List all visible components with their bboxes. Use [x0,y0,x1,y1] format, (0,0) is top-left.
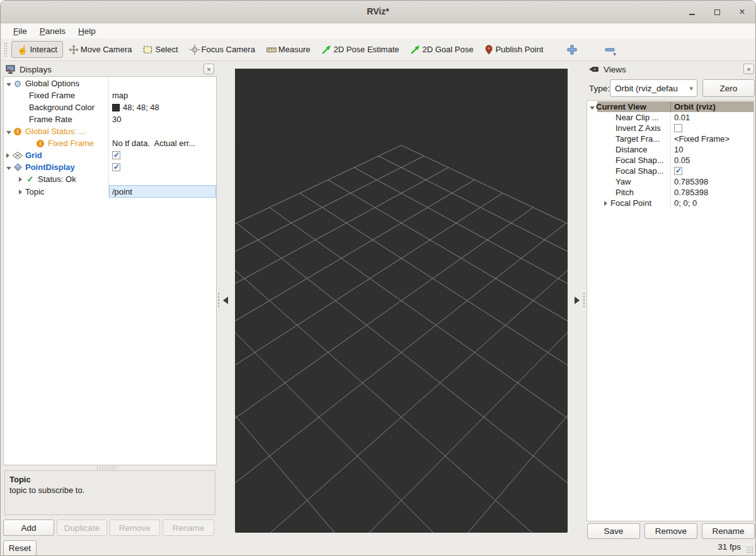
add-tool-button[interactable] [561,41,583,59]
collapse-arrow-icon[interactable] [6,79,13,88]
tool-2d-pose-estimate[interactable]: 2D Pose Estimate [316,41,404,59]
menu-file[interactable]: File [7,25,33,37]
expand-arrow-icon[interactable] [19,174,25,184]
left-splitter-handle[interactable] [217,292,220,309]
property-description-box: Topic topic to subscribe to. [4,470,215,515]
row-global-options[interactable]: ⚙ Global Options [4,77,216,89]
save-view-button[interactable]: Save [587,523,640,539]
remove-tool-button[interactable]: ▾ [599,41,626,59]
close-button[interactable]: × [738,8,747,16]
row-focal-point[interactable]: Focal Point 0; 0; 0 [587,198,753,208]
chevron-down-icon[interactable]: ▾ [613,51,616,57]
property-value[interactable]: <Fixed Frame> [670,133,753,144]
expand-arrow-icon[interactable] [604,198,610,208]
row-frame-rate[interactable]: Frame Rate 30 [4,113,216,125]
collapse-arrow-icon[interactable] [6,127,13,136]
row-focal-shape-size[interactable]: Focal Shap... 0.05 [587,155,753,166]
row-distance[interactable]: Distance 10 [587,144,753,155]
tool-select[interactable]: Select [137,41,183,59]
tool-focus-camera[interactable]: Focus Camera [184,41,261,59]
property-value[interactable]: 0.785398 [670,176,753,187]
property-value[interactable] [108,173,216,185]
property-value[interactable]: No tf data. Actual err... [108,137,216,149]
property-value[interactable] [108,77,216,89]
tool-publish-point[interactable]: Publish Point [479,41,549,59]
monitor-icon [6,65,15,74]
row-background-color[interactable]: Background Color 48; 48; 48 [4,101,216,113]
property-value[interactable]: 0.01 [670,112,753,123]
row-topic[interactable]: Topic /point [4,185,216,198]
remove-display-button[interactable]: Remove [110,519,160,536]
property-value[interactable]: 30 [108,113,216,125]
row-pointdisplay[interactable]: PointDisplay [4,161,216,173]
menu-panels[interactable]: Panels [33,25,72,37]
tool-2d-goal-pose[interactable]: 2D Goal Pose [404,41,479,59]
row-near-clip[interactable]: Near Clip ... 0.01 [587,112,753,123]
expand-arrow-icon[interactable] [19,187,25,196]
row-current-view[interactable]: Current View Orbit (rviz) [587,101,753,112]
row-global-status[interactable]: ! Global Status: ... [4,125,216,137]
zero-button[interactable]: Zero [702,79,755,97]
splitter-handle[interactable] [96,466,118,469]
property-value[interactable]: 0.785398 [670,187,753,198]
property-value[interactable] [108,125,216,137]
property-value[interactable]: map [108,89,216,101]
row-invert-z[interactable]: Invert Z Axis [587,123,753,133]
collapse-left-panel-icon[interactable] [223,297,228,304]
map-pin-icon [484,45,493,55]
tool-interact[interactable]: ☝ Interact [11,41,63,58]
grid-enabled-checkbox[interactable] [112,151,120,159]
titlebar[interactable]: RViz* × [1,1,755,23]
row-status-ok[interactable]: ✓ Status: Ok [4,173,216,185]
displays-panel-header[interactable]: Displays [6,62,217,76]
row-status-fixed-frame[interactable]: ! Fixed Frame No tf data. Actual err... [4,137,216,149]
property-value[interactable]: 0.05 [670,155,753,166]
minimize-icon [689,14,695,15]
collapse-arrow-icon[interactable] [6,162,13,172]
rviz-window: RViz* × File Panels Help ☝ Interact [0,0,756,556]
row-pitch[interactable]: Pitch 0.785398 [587,187,753,198]
collapse-right-panel-icon[interactable] [575,297,580,304]
tool-move-camera[interactable]: Move Camera [63,41,138,59]
add-display-button[interactable]: Add [3,519,54,536]
views-panel-header[interactable]: Views [589,62,740,76]
remove-view-button[interactable]: Remove [644,523,697,539]
displays-close-button[interactable]: × [203,64,214,74]
resize-grip[interactable] [746,546,754,554]
plus-icon [567,45,577,55]
invert-z-checkbox[interactable] [674,124,682,132]
description-title: Topic [9,474,210,485]
close-icon: × [747,65,750,73]
duplicate-display-button[interactable]: Duplicate [57,519,107,536]
views-close-button[interactable]: × [743,64,754,74]
minimize-button[interactable] [687,8,696,16]
view-type-dropdown[interactable]: Orbit (rviz_defau ▾ [610,79,697,97]
topic-value-field[interactable]: /point [109,185,216,198]
row-grid-display[interactable]: Grid [4,149,216,161]
property-value[interactable]: 48; 48; 48 [108,101,216,113]
property-value[interactable]: Orbit (rviz) [670,101,753,112]
right-splitter-handle[interactable] [583,292,585,309]
rename-view-button[interactable]: Rename [702,523,755,539]
select-box-icon [143,45,153,55]
row-fixed-frame[interactable]: Fixed Frame map [4,89,216,101]
viewport-3d[interactable] [235,69,568,533]
property-value[interactable]: 0; 0; 0 [670,198,753,208]
color-swatch [112,104,120,111]
tool-measure[interactable]: Measure [261,41,316,58]
row-target-frame[interactable]: Target Fra... <Fixed Frame> [587,133,753,144]
pointdisplay-enabled-checkbox[interactable] [112,163,120,171]
property-value [108,161,216,173]
rename-display-button[interactable]: Rename [163,519,214,536]
toolbar-drag-handle[interactable] [4,42,8,57]
focal-shape-checkbox[interactable] [674,167,682,175]
expand-arrow-icon[interactable] [6,150,13,160]
maximize-button[interactable] [713,8,721,16]
property-value[interactable]: 10 [670,144,753,155]
menu-help[interactable]: Help [72,25,102,37]
row-yaw[interactable]: Yaw 0.785398 [587,176,753,187]
reset-button[interactable]: Reset [3,540,37,556]
row-focal-shape-fixed[interactable]: Focal Shap... [587,166,753,176]
collapse-arrow-icon[interactable] [590,102,596,111]
warning-icon: ! [13,128,23,135]
